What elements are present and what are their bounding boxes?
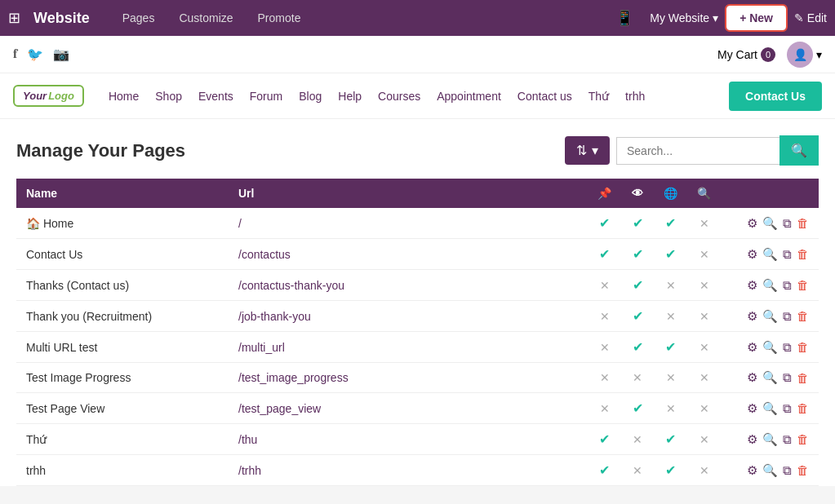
- col-header-pin: 📌: [588, 179, 621, 208]
- user-avatar-area[interactable]: 👤 ▾: [787, 42, 822, 68]
- nav-thu[interactable]: Thứ: [580, 90, 617, 103]
- check-icon: ✔: [599, 432, 610, 446]
- copy-icon[interactable]: ⧉: [783, 340, 792, 355]
- edit-button[interactable]: ✎ Edit: [794, 11, 827, 24]
- search-action-icon[interactable]: 🔍: [762, 340, 778, 355]
- cell-url[interactable]: /contactus: [229, 239, 588, 270]
- delete-icon[interactable]: 🗑: [797, 340, 809, 354]
- cross-icon: ✕: [633, 433, 642, 446]
- delete-icon[interactable]: 🗑: [797, 432, 809, 446]
- copy-icon[interactable]: ⧉: [783, 370, 792, 385]
- cell-eye: ✕: [621, 424, 654, 455]
- search-action-icon[interactable]: 🔍: [762, 432, 778, 447]
- cross-icon: ✕: [633, 371, 642, 384]
- cross-icon: ✕: [700, 464, 709, 477]
- cell-actions: ⚙ 🔍 ⧉ 🗑: [721, 455, 819, 486]
- customize-link[interactable]: Customize: [171, 11, 241, 24]
- mobile-icon[interactable]: 📱: [615, 9, 633, 27]
- cell-pin: ✕: [588, 393, 621, 424]
- settings-icon[interactable]: ⚙: [747, 340, 757, 355]
- new-button[interactable]: + New: [726, 6, 786, 30]
- settings-icon[interactable]: ⚙: [747, 401, 757, 416]
- settings-icon[interactable]: ⚙: [747, 463, 757, 478]
- cell-eye: ✔: [621, 332, 654, 363]
- delete-icon[interactable]: 🗑: [797, 401, 809, 415]
- avatar-chevron-icon: ▾: [816, 48, 822, 61]
- cell-search: ✕: [687, 270, 721, 301]
- search-action-icon[interactable]: 🔍: [762, 278, 778, 293]
- cell-search: ✕: [687, 393, 721, 424]
- nav-courses[interactable]: Courses: [370, 90, 429, 103]
- cross-icon: ✕: [700, 279, 709, 292]
- check-icon: ✔: [633, 216, 643, 230]
- grid-icon[interactable]: ⊞: [8, 9, 20, 27]
- settings-icon[interactable]: ⚙: [747, 309, 757, 324]
- cell-url[interactable]: /multi_url: [229, 332, 588, 363]
- logo-area[interactable]: Your Logo: [13, 85, 84, 107]
- delete-icon[interactable]: 🗑: [797, 371, 809, 385]
- delete-icon[interactable]: 🗑: [797, 463, 809, 477]
- cart-button[interactable]: My Cart 0: [717, 47, 775, 62]
- facebook-icon[interactable]: 𝐟: [13, 46, 17, 62]
- cell-url[interactable]: /job-thank-you: [229, 301, 588, 332]
- pages-link[interactable]: Pages: [114, 11, 163, 24]
- contact-us-button[interactable]: Contact Us: [729, 82, 822, 111]
- settings-icon[interactable]: ⚙: [747, 278, 757, 293]
- avatar: 👤: [787, 42, 813, 68]
- copy-icon[interactable]: ⧉: [783, 216, 792, 231]
- search-action-icon[interactable]: 🔍: [762, 247, 778, 262]
- search-action-icon[interactable]: 🔍: [762, 401, 778, 416]
- search-action-icon[interactable]: 🔍: [762, 463, 778, 478]
- cell-url[interactable]: /thu: [229, 424, 588, 455]
- nav-blog[interactable]: Blog: [291, 90, 330, 103]
- cell-actions: ⚙ 🔍 ⧉ 🗑: [721, 270, 819, 301]
- cell-url[interactable]: /: [229, 208, 588, 239]
- cross-icon: ✕: [700, 433, 709, 446]
- delete-icon[interactable]: 🗑: [797, 216, 809, 230]
- nav-contactus[interactable]: Contact us: [509, 90, 580, 103]
- nav-events[interactable]: Events: [190, 90, 242, 103]
- search-action-icon[interactable]: 🔍: [762, 216, 778, 231]
- twitter-icon[interactable]: 🐦: [27, 46, 43, 62]
- cell-url[interactable]: /contactus-thank-you: [229, 270, 588, 301]
- promote-link[interactable]: Promote: [250, 11, 309, 24]
- settings-icon[interactable]: ⚙: [747, 432, 757, 447]
- nav-help[interactable]: Help: [330, 90, 370, 103]
- cart-area: My Cart 0 👤 ▾: [717, 42, 822, 68]
- brand-name: Website: [33, 10, 90, 27]
- copy-icon[interactable]: ⧉: [783, 401, 792, 416]
- search-action-icon[interactable]: 🔍: [762, 309, 778, 324]
- page-header: Manage Your Pages ⇅ ▾ 🔍: [16, 135, 819, 166]
- instagram-icon[interactable]: 📷: [53, 46, 69, 62]
- cross-icon: ✕: [600, 310, 610, 323]
- copy-icon[interactable]: ⧉: [783, 463, 792, 478]
- filter-button[interactable]: ⇅ ▾: [565, 136, 610, 165]
- nav-appointment[interactable]: Appointment: [429, 90, 509, 103]
- copy-icon[interactable]: ⧉: [783, 278, 792, 293]
- settings-icon[interactable]: ⚙: [747, 216, 757, 231]
- delete-icon[interactable]: 🗑: [797, 278, 809, 292]
- copy-icon[interactable]: ⧉: [783, 432, 792, 447]
- cell-globe: ✔: [654, 424, 687, 455]
- settings-icon[interactable]: ⚙: [747, 247, 757, 262]
- copy-icon[interactable]: ⧉: [783, 247, 792, 262]
- cell-url[interactable]: /trhh: [229, 455, 588, 486]
- search-button[interactable]: 🔍: [779, 135, 819, 166]
- cell-name: Test Image Progress: [16, 363, 229, 393]
- cell-url[interactable]: /test_image_progress: [229, 363, 588, 393]
- nav-forum[interactable]: Forum: [242, 90, 291, 103]
- settings-icon[interactable]: ⚙: [747, 370, 757, 385]
- copy-icon[interactable]: ⧉: [783, 309, 792, 324]
- my-website-button[interactable]: My Website ▾: [650, 11, 718, 24]
- top-navigation: ⊞ Website Pages Customize Promote 📱 My W…: [0, 0, 835, 36]
- search-input[interactable]: [616, 137, 779, 165]
- nav-trhh[interactable]: trhh: [617, 90, 653, 103]
- delete-icon[interactable]: 🗑: [797, 247, 809, 261]
- nav-home[interactable]: Home: [100, 90, 147, 103]
- cell-globe: ✕: [654, 270, 687, 301]
- nav-shop[interactable]: Shop: [147, 90, 190, 103]
- search-action-icon[interactable]: 🔍: [762, 370, 778, 385]
- delete-icon[interactable]: 🗑: [797, 309, 809, 323]
- cell-url[interactable]: /test_page_view: [229, 393, 588, 424]
- check-icon: ✔: [665, 216, 676, 230]
